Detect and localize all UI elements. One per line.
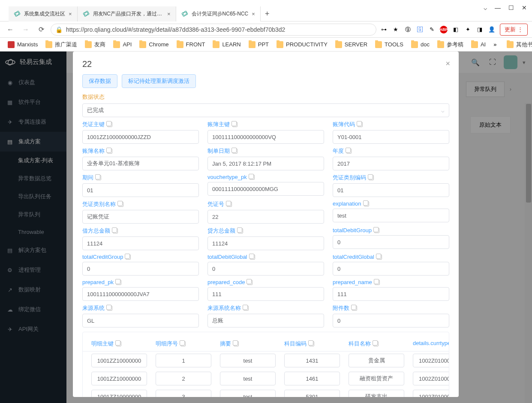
bookmark-folder-2[interactable]: 友商 (82, 40, 108, 49)
copy-icon[interactable] (243, 306, 249, 311)
key-icon[interactable]: ⊶ (380, 26, 388, 33)
bookmark-folder-4[interactable]: Chrome (137, 40, 171, 49)
bookmark-folder-9[interactable]: SERVER (333, 40, 370, 49)
field-input-20[interactable] (333, 287, 449, 301)
detail-cell-1-1[interactable] (156, 372, 211, 385)
copy-icon[interactable] (107, 148, 112, 154)
win-dropdown-icon[interactable]: ⌵ (484, 4, 487, 11)
detail-cell-2-1[interactable] (156, 390, 211, 397)
detail-cell-2-5[interactable] (413, 390, 449, 397)
bookmark-folder-1[interactable]: 推广渠道 (43, 40, 80, 49)
detail-cell-2-4[interactable] (349, 390, 404, 397)
copy-icon[interactable] (126, 255, 131, 260)
copy-icon[interactable] (352, 306, 357, 311)
copy-icon[interactable] (232, 148, 237, 154)
detail-cell-0-3[interactable] (284, 354, 340, 367)
abp-icon[interactable]: ABP (440, 26, 448, 33)
field-input-4[interactable] (207, 157, 324, 170)
bookmark-folder-8[interactable]: PRODUCTIVITY (274, 40, 330, 49)
tab-2[interactable]: 用友NC产品接口开发，通过轻易 × (78, 6, 176, 21)
field-input-0[interactable] (82, 130, 199, 144)
profile-icon[interactable]: 👤 (488, 26, 496, 33)
field-input-6[interactable] (82, 183, 199, 197)
field-input-8[interactable] (333, 183, 449, 197)
detail-cell-1-0[interactable] (91, 372, 147, 385)
detail-cell-0-2[interactable] (220, 354, 276, 367)
copy-icon[interactable] (309, 341, 314, 346)
field-input-14[interactable] (333, 235, 449, 249)
ext-icon-4[interactable]: ◧ (452, 26, 460, 33)
tab-3[interactable]: 会计凭证同步NC65-NCC × (176, 6, 261, 21)
detail-cell-0-5[interactable] (413, 354, 449, 367)
field-input-7[interactable] (207, 182, 324, 196)
bookmark-overflow[interactable]: » (491, 41, 499, 48)
status-select[interactable]: 已完成 ⌵ (82, 103, 449, 117)
field-input-16[interactable] (207, 262, 324, 276)
field-input-10[interactable] (207, 210, 324, 224)
copy-icon[interactable] (232, 122, 237, 127)
field-input-1[interactable] (207, 130, 324, 144)
bookmark-folder-11[interactable]: doc (409, 40, 432, 49)
copy-icon[interactable] (249, 175, 255, 180)
bookmark-folder-13[interactable]: AI (469, 40, 488, 49)
detail-cell-1-5[interactable] (413, 372, 449, 385)
bookmark-folder-5[interactable]: FRONT (174, 40, 208, 49)
translate-icon[interactable]: 🄶 (416, 26, 424, 33)
ext-icon-1[interactable]: ★ (392, 26, 400, 33)
field-input-11[interactable] (333, 209, 449, 222)
bookmark-folder-7[interactable]: PPT (246, 40, 271, 49)
field-input-17[interactable] (333, 262, 449, 276)
ext-icon-3[interactable]: ✎ (428, 26, 436, 33)
address-bar[interactable]: 🔒 https://pro.qliang.cloud/#/strategy/de… (51, 24, 376, 36)
extensions-icon[interactable]: ✦ (464, 26, 472, 33)
bookmark-folder-12[interactable]: 参考稿 (435, 40, 466, 49)
detail-cell-0-0[interactable] (91, 354, 147, 367)
copy-icon[interactable] (113, 228, 118, 233)
copy-icon[interactable] (358, 122, 363, 127)
copy-icon[interactable] (373, 341, 379, 346)
field-input-3[interactable] (82, 157, 199, 170)
win-maximize-icon[interactable]: ☐ (508, 4, 514, 11)
copy-icon[interactable] (374, 228, 379, 233)
field-input-19[interactable] (207, 287, 324, 301)
detail-cell-0-1[interactable] (156, 354, 211, 367)
win-close-icon[interactable]: ✕ (522, 4, 527, 11)
copy-icon[interactable] (369, 175, 374, 180)
field-input-23[interactable] (333, 314, 449, 327)
field-input-15[interactable] (82, 262, 199, 276)
bookmark-folder-10[interactable]: TOOLS (373, 40, 406, 49)
sidepanel-icon[interactable]: ◨ (476, 26, 484, 33)
bookmark-folder-6[interactable]: LEARN (210, 40, 243, 49)
copy-icon[interactable] (116, 341, 121, 346)
ext-icon-2[interactable]: ⓖ (404, 26, 412, 33)
field-input-18[interactable] (82, 287, 199, 301)
detail-cell-1-3[interactable] (284, 372, 340, 385)
copy-icon[interactable] (234, 341, 239, 346)
copy-icon[interactable] (238, 228, 243, 233)
field-input-5[interactable] (333, 157, 449, 170)
bookmark-other[interactable]: 其他书签 (504, 40, 532, 49)
modal-close-button[interactable]: × (445, 59, 450, 68)
copy-icon[interactable] (116, 280, 121, 285)
tab-1[interactable]: 系统集成交流社区 × (9, 6, 78, 21)
copy-icon[interactable] (107, 122, 112, 127)
copy-icon[interactable] (250, 255, 255, 260)
detail-cell-2-2[interactable] (220, 390, 276, 397)
copy-icon[interactable] (247, 280, 252, 285)
detail-cell-2-3[interactable] (284, 390, 340, 397)
copy-icon[interactable] (180, 341, 186, 346)
reload-button[interactable]: ⟳ (35, 24, 47, 36)
tab-3-close[interactable]: × (252, 11, 255, 17)
mark-button[interactable]: 标记待处理重新调度激活 (122, 74, 196, 88)
bookmark-marxists[interactable]: Marxists (5, 40, 40, 49)
copy-icon[interactable] (107, 306, 112, 311)
detail-cell-1-2[interactable] (220, 372, 276, 385)
detail-cell-2-0[interactable] (91, 390, 147, 397)
win-minimize-icon[interactable]: — (495, 4, 501, 11)
copy-icon[interactable] (118, 202, 123, 207)
field-input-2[interactable] (333, 130, 449, 144)
detail-cell-0-4[interactable] (349, 354, 404, 367)
copy-icon[interactable] (364, 201, 369, 206)
new-tab-button[interactable]: + (261, 9, 274, 18)
field-input-9[interactable] (82, 210, 199, 224)
